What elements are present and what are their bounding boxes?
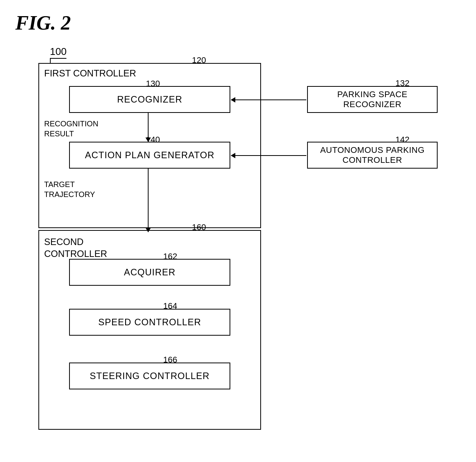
recognizer-box: RECOGNIZER <box>69 86 230 113</box>
page-container: FIG. 2 100 120 FIRST CONTROLLER 130 RECO… <box>0 0 476 462</box>
arrow-to-autonomous <box>231 155 306 156</box>
action-plan-label: ACTION PLAN GENERATOR <box>85 150 215 161</box>
diagram-area: 100 120 FIRST CONTROLLER 130 RECOGNIZER … <box>15 42 461 457</box>
arrow-to-parking-space <box>231 99 306 100</box>
autonomous-parking-label: AUTONOMOUS PARKING CONTROLLER <box>308 145 437 166</box>
parking-space-recognizer-box: PARKING SPACE RECOGNIZER <box>307 86 438 113</box>
first-controller-label: FIRST CONTROLLER <box>44 68 136 79</box>
arrow-action-to-second <box>148 169 149 232</box>
acquirer-label: ACQUIRER <box>124 267 176 278</box>
second-controller-label: SECONDCONTROLLER <box>44 236 107 260</box>
figure-title: FIG. 2 <box>15 12 461 34</box>
parking-space-recognizer-label: PARKING SPACE RECOGNIZER <box>308 89 437 110</box>
recognizer-label: RECOGNIZER <box>117 94 182 105</box>
steering-controller-label: STEERING CONTROLLER <box>90 371 210 381</box>
speed-controller-box: SPEED CONTROLLER <box>69 309 230 336</box>
recognition-result-label: RECOGNITIONRESULT <box>44 119 98 139</box>
action-plan-generator-box: ACTION PLAN GENERATOR <box>69 142 230 169</box>
autonomous-parking-controller-box: AUTONOMOUS PARKING CONTROLLER <box>307 142 438 169</box>
acquirer-box: ACQUIRER <box>69 259 230 286</box>
target-trajectory-label: TARGETTRAJECTORY <box>44 179 95 199</box>
speed-controller-label: SPEED CONTROLLER <box>98 317 201 328</box>
label-100: 100 <box>50 46 66 63</box>
steering-controller-box: STEERING CONTROLLER <box>69 363 230 389</box>
